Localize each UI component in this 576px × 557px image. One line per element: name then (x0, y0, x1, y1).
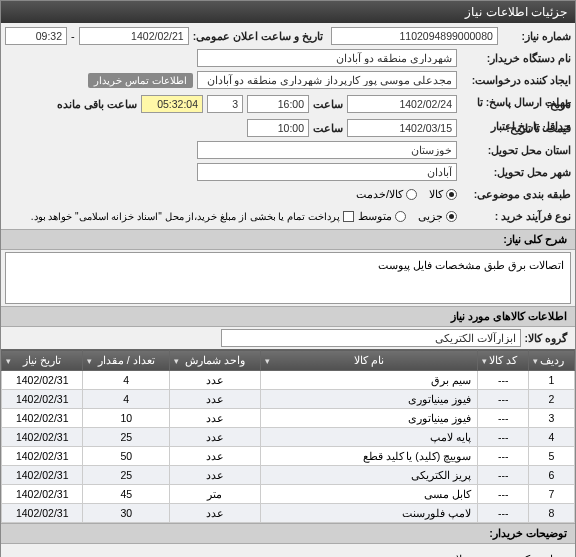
buyer-notes-title: توضیحات خریدار: (1, 523, 575, 544)
cell-name: سوییچ (کلید) یا کلید قطع (260, 447, 478, 466)
table-row[interactable]: 5---سوییچ (کلید) یا کلید قطععدد501402/02… (2, 447, 575, 466)
table-row[interactable]: 1---سیم برقعدد41402/02/31 (2, 371, 575, 390)
window-title-bar: جزئیات اطلاعات نیاز (1, 1, 575, 23)
col-idx[interactable]: ردیف▾ (529, 350, 575, 371)
valid-hour-field[interactable] (247, 119, 309, 137)
creator-label: ایجاد کننده درخواست: (461, 74, 571, 86)
items-title: اطلاعات کالاهای مورد نیاز (1, 306, 575, 327)
col-unit[interactable]: واحد شمارش▾ (170, 350, 261, 371)
cell-name: کابل مسی (260, 485, 478, 504)
cell-unit: عدد (170, 371, 261, 390)
cell-date: 1402/02/31 (2, 447, 83, 466)
req-no-field[interactable] (331, 27, 498, 45)
radio-goods[interactable]: کالا (429, 188, 457, 201)
cell-idx: 4 (529, 428, 575, 447)
reply-hour-field[interactable] (247, 95, 309, 113)
ann-date-field[interactable] (79, 27, 189, 45)
proc-radio-group: جزیی متوسط (358, 210, 457, 223)
table-row[interactable]: 4---پایه لامپعدد251402/02/31 (2, 428, 575, 447)
cell-idx: 1 (529, 371, 575, 390)
cell-unit: عدد (170, 409, 261, 428)
req-no-label: شماره نیاز: (502, 30, 571, 42)
cell-unit: متر (170, 485, 261, 504)
valid-date-field[interactable] (347, 119, 457, 137)
radio-med[interactable]: متوسط (358, 210, 406, 223)
cell-qty: 4 (83, 390, 170, 409)
col-name[interactable]: نام کالا▾ (260, 350, 478, 371)
col-qty[interactable]: تعداد / مقدار▾ (83, 350, 170, 371)
city-field[interactable] (197, 163, 457, 181)
cell-qty: 25 (83, 466, 170, 485)
table-row[interactable]: 7---کابل مسیمتر451402/02/31 (2, 485, 575, 504)
cell-unit: عدد (170, 447, 261, 466)
cell-code: --- (478, 447, 529, 466)
buyer-label: نام دستگاه خریدار: (461, 52, 571, 64)
proc-note-check[interactable]: پرداخت تمام یا بخشی از مبلغ خرید،از محل … (31, 211, 354, 222)
cell-qty: 45 (83, 485, 170, 504)
table-row[interactable]: 2---فیوز مینیاتوریعدد41402/02/31 (2, 390, 575, 409)
col-date[interactable]: تاریخ نیاز▾ (2, 350, 83, 371)
group-label: گروه کالا: (525, 332, 567, 344)
radio-service[interactable]: کالا/خدمت (356, 188, 417, 201)
proc-label: نوع فرآیند خرید : (461, 210, 571, 222)
cell-name: فیوز مینیاتوری (260, 409, 478, 428)
radio-dot-icon (406, 189, 417, 200)
note-line: ▾تامین کننده محترم سلام (11, 550, 565, 557)
city-label: شهر محل تحویل: (461, 166, 571, 178)
cell-idx: 6 (529, 466, 575, 485)
window-title: جزئیات اطلاعات نیاز (465, 5, 567, 19)
province-field[interactable] (197, 141, 457, 159)
radio-dot-icon (395, 211, 406, 222)
checkbox-icon (343, 211, 354, 222)
sort-icon: ▾ (265, 356, 270, 366)
ann-dt-label: تاریخ و ساعت اعلان عمومی: (193, 30, 323, 42)
rem-days-field[interactable] (207, 95, 243, 113)
cell-date: 1402/02/31 (2, 390, 83, 409)
hour-label-1: ساعت (313, 98, 343, 110)
sort-icon: ▾ (87, 356, 92, 366)
rem-suffix: ساعت باقی مانده (57, 98, 137, 110)
table-row[interactable]: 6---پریز الکتریکیعدد251402/02/31 (2, 466, 575, 485)
cell-code: --- (478, 504, 529, 523)
table-row[interactable]: 3---فیوز مینیاتوریعدد101402/02/31 (2, 409, 575, 428)
buyer-notes: ▾تامین کننده محترم سلام▾لطفا قبل از ثبت … (1, 544, 575, 557)
sep: - (71, 30, 75, 42)
desc-box[interactable]: اتصالات برق طبق مشخصات فایل پیوست (5, 252, 571, 304)
cell-date: 1402/02/31 (2, 504, 83, 523)
col-code[interactable]: کد کالا▾ (478, 350, 529, 371)
items-table: ردیف▾ کد کالا▾ نام کالا▾ واحد شمارش▾ تعد… (1, 349, 575, 523)
reply-dl-label-b: تاریخ: (461, 98, 571, 110)
cell-qty: 10 (83, 409, 170, 428)
triangle-icon: ▾ (560, 550, 565, 557)
cell-unit: عدد (170, 504, 261, 523)
cell-idx: 2 (529, 390, 575, 409)
radio-minor[interactable]: جزیی (418, 210, 457, 223)
cell-qty: 4 (83, 371, 170, 390)
radio-dot-icon (446, 211, 457, 222)
table-row[interactable]: 8---لامپ فلورسنتعدد301402/02/31 (2, 504, 575, 523)
contact-chip[interactable]: اطلاعات تماس خریدار (88, 73, 193, 88)
buyer-field[interactable] (197, 49, 457, 67)
cell-code: --- (478, 409, 529, 428)
class-radio-group: کالا کالا/خدمت (356, 188, 457, 201)
cell-code: --- (478, 390, 529, 409)
sort-icon: ▾ (533, 356, 538, 366)
creator-field[interactable] (197, 71, 457, 89)
cell-date: 1402/02/31 (2, 428, 83, 447)
sort-icon: ▾ (482, 356, 487, 366)
cell-name: پایه لامپ (260, 428, 478, 447)
cell-idx: 5 (529, 447, 575, 466)
group-field[interactable] (221, 329, 521, 347)
cell-date: 1402/02/31 (2, 409, 83, 428)
radio-dot-icon (446, 189, 457, 200)
class-label: طبقه بندی موضوعی: (461, 188, 571, 200)
reply-date-field[interactable] (347, 95, 457, 113)
rem-time-field[interactable] (141, 95, 203, 113)
sort-icon: ▾ (174, 356, 179, 366)
ann-time-field[interactable] (5, 27, 67, 45)
cell-code: --- (478, 466, 529, 485)
desc-title: شرح کلی نیاز: (1, 229, 575, 250)
sort-icon: ▾ (6, 356, 11, 366)
cell-code: --- (478, 428, 529, 447)
hour-label-2: ساعت (313, 122, 343, 134)
